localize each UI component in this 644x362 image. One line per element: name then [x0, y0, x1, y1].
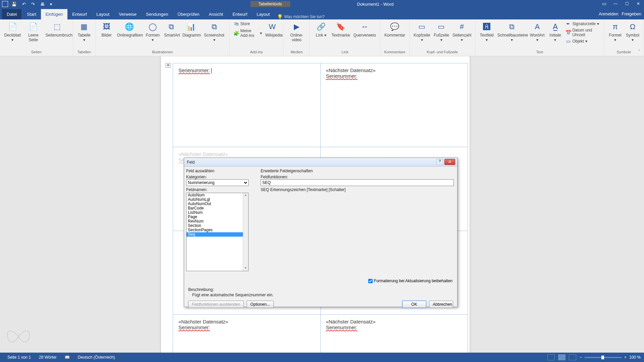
cover-page-button[interactable]: 📄Deckblatt ▾: [3, 21, 22, 43]
cover-page-icon: 📄: [7, 21, 18, 32]
listbox-scrollbar[interactable]: ▴▾: [243, 193, 248, 271]
field-list-item[interactable]: Seq: [186, 232, 248, 237]
signin-button[interactable]: Anmelden: [599, 11, 619, 16]
serial-field[interactable]: Serienummer:: [178, 67, 210, 73]
hide-field-functions-button[interactable]: Feldfunktionen ausblenden: [188, 301, 244, 308]
group-tables-label: Tabellen: [76, 50, 93, 55]
pagenum-button[interactable]: #Seitenzahl ▾: [451, 21, 472, 43]
pictures-button[interactable]: 🖼Bilder: [98, 21, 115, 38]
page-break-button[interactable]: ⬚Seitenumbruch: [44, 21, 70, 38]
wordart-button[interactable]: AWordArt ▾: [528, 21, 546, 43]
screenshot-button[interactable]: ⧉Screenshot ▾: [202, 21, 227, 43]
qat-save-icon[interactable]: 💾: [9, 2, 19, 7]
fieldnames-label: Feldnamen:: [186, 187, 257, 192]
online-video-button[interactable]: ▶Online-video: [286, 21, 307, 43]
maximize-icon[interactable]: ☐: [621, 0, 633, 7]
tab-design[interactable]: Entwurf: [67, 9, 92, 19]
header-button[interactable]: ▭Kopfzeile ▾: [412, 21, 432, 43]
next-record-field[interactable]: «Nächster Datensatz»: [326, 319, 376, 324]
dialog-help-button[interactable]: ?: [436, 159, 443, 165]
textbox-button[interactable]: 🅰Textfeld ▾: [478, 21, 495, 43]
object-button[interactable]: ▭Objekt ▾: [564, 38, 601, 44]
bookmark-button[interactable]: 🔖Textmarke: [330, 21, 351, 38]
group-link-label: Link: [313, 50, 377, 55]
wordart-icon: A: [532, 21, 543, 32]
zoom-slider[interactable]: [585, 357, 622, 358]
categories-label: Kategorien:: [186, 175, 257, 179]
group-symbols-label: Symbole: [607, 50, 641, 55]
status-language[interactable]: Deutsch (Österreich): [74, 355, 119, 360]
tell-me-input[interactable]: 💡Was möchten Sie tun?: [277, 14, 324, 19]
preserve-formatting-checkbox[interactable]: [368, 279, 373, 283]
blank-page-button[interactable]: 📄Leere Seite: [23, 21, 44, 43]
blank-page-icon: 📄: [28, 21, 39, 32]
quickparts-button[interactable]: ⧉Schnellbausteine ▾: [496, 21, 528, 43]
store-button[interactable]: 🛍Store: [232, 21, 263, 27]
read-mode-view-button[interactable]: [547, 354, 555, 360]
share-button[interactable]: Freigeben: [622, 11, 641, 16]
signature-icon: ✒: [566, 21, 571, 26]
zoom-out-button[interactable]: −: [580, 355, 582, 360]
serial-field[interactable]: Serienummer:: [326, 324, 358, 330]
tab-table-layout[interactable]: Layout: [252, 9, 274, 19]
equation-button[interactable]: πFormel ▾: [607, 21, 624, 43]
options-button[interactable]: Optionen...: [247, 301, 274, 308]
qat-redo-icon[interactable]: ↷: [29, 2, 37, 7]
tab-mailings[interactable]: Sendungen: [141, 9, 173, 19]
table-button[interactable]: ▦Tabelle ▾: [76, 21, 93, 43]
tab-file[interactable]: Datei: [2, 9, 21, 19]
category-select[interactable]: Nummerierung: [186, 179, 249, 186]
table-move-handle-icon[interactable]: ✥: [166, 63, 170, 68]
tab-layout[interactable]: Layout: [92, 9, 114, 19]
dialog-close-button[interactable]: ✕: [444, 159, 455, 165]
smartart-button[interactable]: ⧉SmartArt: [163, 21, 180, 38]
status-proofing-icon[interactable]: 📖: [61, 355, 74, 360]
dropcap-button[interactable]: A̲Initiale ▾: [547, 21, 564, 43]
serial-field[interactable]: Serienummer:: [178, 324, 210, 330]
field-list-item[interactable]: SectionPages: [186, 228, 248, 232]
group-addins-label: Add-Ins: [232, 50, 281, 55]
field-name-listbox[interactable]: AutoNumAutoNumLglAutoNumOutBarCodeListNu…: [186, 193, 249, 271]
pagenum-icon: #: [457, 21, 467, 32]
web-layout-view-button[interactable]: [569, 354, 576, 360]
qat-customize-icon[interactable]: ▾: [48, 2, 54, 7]
wikipedia-button[interactable]: WWikipedia: [264, 21, 281, 38]
screenshot-icon: ⧉: [209, 21, 220, 32]
status-word-count[interactable]: 28 Wörter: [35, 355, 61, 360]
comment-button[interactable]: 💬Kommentar: [383, 21, 407, 38]
next-record-field[interactable]: «Nächster Datensatz»: [326, 67, 376, 73]
qat-undo-icon[interactable]: ↶: [20, 2, 28, 7]
symbol-button[interactable]: ΩSymbol ▾: [624, 21, 641, 43]
my-addins-button[interactable]: 🧩Meine Add-Ins ▾: [232, 28, 263, 38]
tab-view[interactable]: Ansicht: [204, 9, 228, 19]
tab-references[interactable]: Verweise: [114, 9, 141, 19]
footer-button[interactable]: ▭Fußzeile ▾: [432, 21, 451, 43]
minimize-icon[interactable]: ―: [610, 0, 621, 7]
signature-button[interactable]: ✒Signaturzeile ▾: [564, 21, 601, 27]
tab-insert[interactable]: Einfügen: [41, 9, 67, 19]
cancel-button[interactable]: Abbrechen: [429, 301, 453, 308]
serial-field[interactable]: Serienummer:: [326, 73, 358, 79]
qat-preview-icon[interactable]: 🖶: [38, 2, 47, 7]
shapes-icon: ◯: [147, 21, 158, 32]
ribbon-options-icon[interactable]: ▭: [598, 0, 610, 7]
status-page[interactable]: Seite 1 von 1: [3, 355, 35, 360]
crossref-button[interactable]: ↔Querverweis: [352, 21, 377, 38]
next-record-field[interactable]: «Nächster Datensatz»: [178, 319, 228, 324]
tab-table-design[interactable]: Entwurf: [228, 9, 252, 19]
tab-review[interactable]: Überprüfen: [173, 9, 204, 19]
tab-start[interactable]: Start: [22, 9, 41, 19]
field-function-input[interactable]: [261, 179, 454, 186]
chart-button[interactable]: 📊Diagramm: [181, 21, 201, 38]
group-text-label: Text: [478, 50, 601, 55]
zoom-in-button[interactable]: +: [624, 355, 627, 360]
print-layout-view-button[interactable]: [558, 354, 566, 360]
ok-button[interactable]: OK: [402, 301, 426, 308]
close-icon[interactable]: ✕: [633, 0, 644, 7]
zoom-level[interactable]: 100 %: [629, 355, 641, 360]
collapse-ribbon-icon[interactable]: ˄: [638, 49, 641, 54]
online-pictures-button[interactable]: 🌐Onlinegrafiken: [116, 21, 143, 38]
link-button[interactable]: 🔗Link ▾: [313, 21, 329, 38]
shapes-button[interactable]: ◯Formen ▾: [144, 21, 162, 43]
datetime-button[interactable]: 📅Datum und Uhrzeit: [564, 27, 601, 38]
